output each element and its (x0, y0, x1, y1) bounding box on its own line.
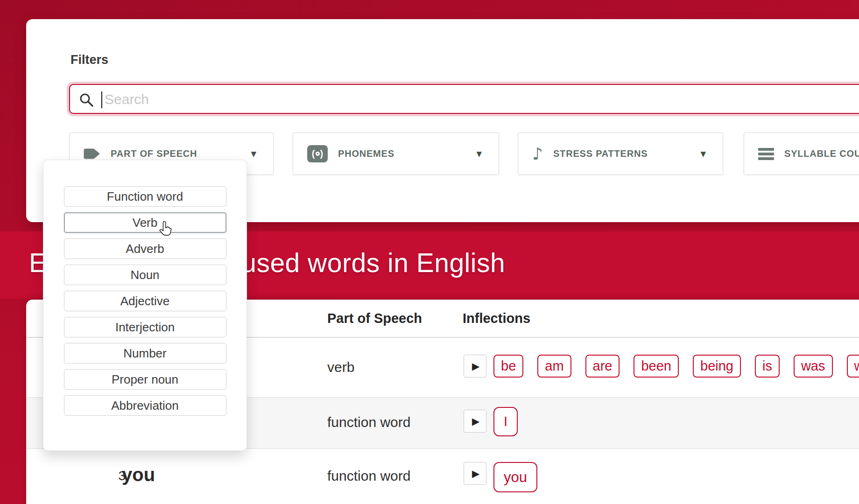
inflection-chips: I (493, 407, 518, 436)
filter-button-label: SYLLABLE COUNT (784, 148, 859, 159)
filter-button-label: STRESS PATTERNS (553, 148, 648, 159)
search-input[interactable]: Search (69, 84, 859, 114)
phoneme-icon: () (307, 145, 328, 162)
inflection-chip[interactable]: being (693, 355, 741, 378)
play-audio-button[interactable]: ▶ (464, 410, 486, 433)
play-icon: ▶ (472, 361, 479, 372)
inflection-chip[interactable]: were (847, 355, 859, 378)
column-header-part-of-speech: Part of Speech (327, 311, 422, 326)
part-of-speech-option-abbreviation[interactable]: Abbreviation (64, 395, 226, 416)
stress-patterns-filter-button[interactable]: ♪ STRESS PATTERNS ▼ (518, 133, 723, 175)
part-of-speech-option-verb[interactable]: Verb (64, 212, 226, 233)
filter-button-label: PHONEMES (338, 148, 394, 159)
table-row: 3 you function word ▶ you (26, 449, 859, 504)
inflection-chip[interactable]: was (794, 355, 833, 378)
part-of-speech-cell: verb (327, 359, 354, 375)
column-header-inflections: Inflections (463, 311, 530, 326)
hand-cursor-icon (157, 221, 173, 239)
word-cell: you (122, 464, 155, 485)
part-of-speech-option-adjective[interactable]: Adjective (64, 291, 226, 311)
play-icon: ▶ (472, 416, 479, 427)
inflection-chip[interactable]: you (493, 462, 537, 492)
part-of-speech-option-noun[interactable]: Noun (64, 265, 226, 285)
inflection-chip[interactable]: are (585, 355, 620, 378)
phonemes-filter-button[interactable]: () PHONEMES ▼ (293, 133, 499, 175)
play-audio-button[interactable]: ▶ (464, 462, 486, 485)
music-note-icon: ♪ (532, 146, 543, 162)
inflection-chips: beamarebeenbeingiswaswere (493, 355, 859, 378)
part-of-speech-dropdown: Function wordVerbAdverbNounAdjectiveInte… (43, 160, 247, 451)
syllable-count-filter-button[interactable]: SYLLABLE COUNT (744, 133, 859, 175)
inflection-chip[interactable]: be (493, 355, 523, 378)
rank-cell: 3 (98, 469, 126, 483)
filters-title: Filters (70, 53, 108, 67)
search-icon (78, 92, 95, 109)
inflection-chip[interactable]: I (493, 407, 518, 436)
filter-button-label: PART OF SPEECH (111, 148, 197, 159)
bars-icon (758, 148, 774, 160)
inflection-chips: you (493, 462, 537, 492)
part-of-speech-option-interjection[interactable]: Interjection (64, 317, 226, 337)
chevron-down-icon: ▼ (476, 150, 482, 158)
inflection-chip[interactable]: am (537, 355, 571, 378)
play-audio-button[interactable]: ▶ (464, 355, 486, 378)
page: Filters Search PART OF SPEECH ▼ () PHONE… (0, 0, 859, 504)
text-caret (101, 91, 102, 108)
part-of-speech-option-number[interactable]: Number (64, 343, 226, 364)
part-of-speech-option-adverb[interactable]: Adverb (64, 238, 226, 259)
inflection-chip[interactable]: been (634, 355, 679, 378)
tag-icon (84, 148, 100, 160)
part-of-speech-cell: function word (327, 468, 410, 484)
part-of-speech-option-proper-noun[interactable]: Proper noun (64, 369, 226, 390)
chevron-down-icon: ▼ (251, 150, 256, 158)
chevron-down-icon: ▼ (700, 150, 706, 158)
inflection-chip[interactable]: is (755, 355, 780, 378)
search-placeholder: Search (105, 91, 149, 107)
part-of-speech-cell: function word (327, 414, 410, 430)
play-icon: ▶ (472, 468, 479, 479)
part-of-speech-option-function-word[interactable]: Function word (64, 186, 226, 207)
